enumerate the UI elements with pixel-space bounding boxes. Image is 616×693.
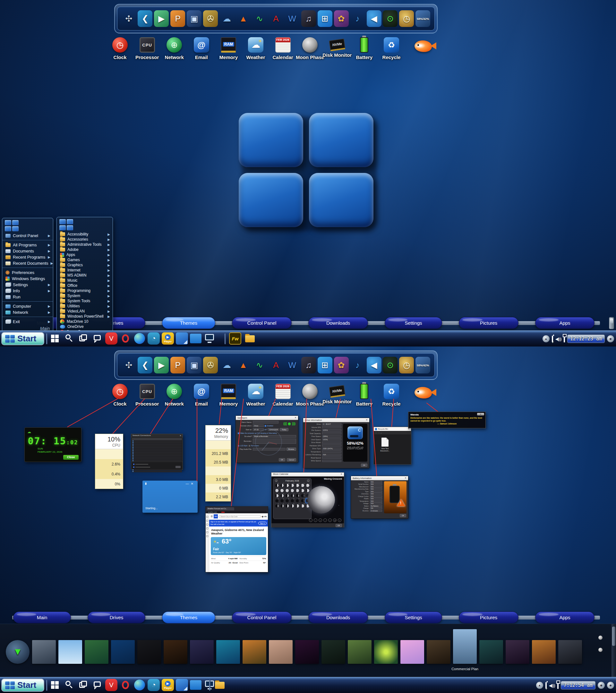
theme-thumbnail[interactable]: Aquarium Freshw bbox=[83, 640, 110, 664]
moon-day-cell[interactable]: 2 bbox=[274, 488, 279, 493]
theme-preview[interactable] bbox=[32, 640, 56, 664]
category-tab[interactable]: Main bbox=[13, 612, 71, 623]
dock-app-icon[interactable]: W bbox=[285, 10, 300, 27]
file-item[interactable]: New Text Document... bbox=[378, 438, 392, 452]
start-submenu-item[interactable]: Administrative Tools ▶ bbox=[57, 242, 113, 247]
moon-day-cell[interactable]: 1 bbox=[305, 483, 310, 488]
start-submenu-item[interactable]: VideoLAN ▶ bbox=[57, 309, 113, 314]
category-tab[interactable]: Downloads bbox=[308, 612, 368, 623]
category-tab[interactable]: Pictures bbox=[459, 317, 518, 329]
category-tab[interactable]: Control Panel bbox=[232, 612, 292, 623]
start-menu-item[interactable]: Preferences bbox=[2, 270, 53, 276]
dock-app-icon[interactable]: ◷ bbox=[399, 357, 414, 373]
theme-thumbnail[interactable]: Astrology bbox=[188, 640, 215, 664]
moon-control-button[interactable]: » bbox=[328, 518, 332, 522]
theme-preview[interactable] bbox=[190, 640, 214, 664]
dock-app-icon[interactable]: ▶ bbox=[154, 357, 169, 373]
moon-control-button[interactable]: ⌄ bbox=[309, 518, 313, 522]
dock-app-icon[interactable]: ♪ bbox=[350, 10, 365, 27]
desktop-gadget[interactable]: Moon Phase bbox=[296, 37, 323, 60]
start-submenu-item[interactable]: OneDrive bbox=[57, 324, 113, 329]
category-tab[interactable]: Themes bbox=[162, 317, 215, 329]
connection-row[interactable] bbox=[132, 447, 182, 448]
prev-month-button[interactable]: ◂ bbox=[275, 479, 278, 482]
tray-expand-button[interactable]: ▲ bbox=[536, 682, 543, 689]
usb-device-icon[interactable] bbox=[552, 336, 553, 342]
gadget-icon[interactable]: ◷ bbox=[112, 37, 128, 53]
theme-preview[interactable] bbox=[58, 640, 82, 664]
gadget-icon[interactable]: FEB 2026 bbox=[275, 37, 291, 53]
category-tab[interactable]: Apps bbox=[535, 612, 595, 623]
taskbar-icon[interactable] bbox=[49, 332, 61, 344]
network-status-icon[interactable] bbox=[564, 336, 565, 342]
ok-button[interactable]: OK bbox=[361, 463, 367, 467]
theme-thumbnail[interactable]: DaVinci bbox=[531, 640, 557, 664]
theme-thumbnail[interactable]: BIRDZ bbox=[267, 640, 294, 664]
category-tab[interactable]: Pictures bbox=[459, 612, 518, 623]
dock-app-icon[interactable]: ▣ bbox=[187, 357, 201, 373]
taskbar-icon[interactable] bbox=[134, 679, 145, 690]
moon-day-cell[interactable]: 6 bbox=[295, 488, 300, 493]
close-icon[interactable]: ✕ bbox=[180, 434, 181, 437]
moon-control-button[interactable]: i bbox=[338, 518, 341, 522]
start-submenu-item[interactable]: Graphics ▶ bbox=[57, 262, 113, 268]
close-icon[interactable]: ✕ bbox=[404, 477, 406, 479]
taskbar-icon[interactable]: ◔ bbox=[147, 332, 160, 344]
connection-row[interactable] bbox=[132, 450, 182, 451]
taskbar-icon[interactable] bbox=[63, 679, 75, 691]
theme-preview[interactable] bbox=[295, 640, 319, 664]
taskbar-icon[interactable] bbox=[134, 333, 145, 344]
connection-row[interactable] bbox=[132, 449, 182, 450]
moon-day-cell[interactable]: 17 bbox=[279, 498, 284, 503]
theme-preview[interactable] bbox=[348, 640, 372, 664]
today-button[interactable]: Today bbox=[280, 428, 289, 431]
connection-row[interactable] bbox=[132, 469, 182, 471]
theme-preview[interactable] bbox=[137, 640, 161, 664]
next-month-button[interactable]: ▸ bbox=[307, 479, 310, 482]
tabbar-scrollbar[interactable] bbox=[609, 317, 614, 329]
moon-day-cell[interactable]: 27 bbox=[295, 503, 300, 508]
start-menu-item[interactable]: Exit ▶ bbox=[2, 319, 53, 325]
start-submenu-item[interactable]: Games ▶ bbox=[57, 257, 113, 262]
desktop-gadget[interactable]: ♻ Recycle bbox=[378, 37, 405, 60]
tray-side-button[interactable]: ◉ bbox=[607, 335, 614, 342]
desktop-gadget[interactable]: Battery bbox=[351, 384, 378, 407]
dock-app-icon[interactable]: ⊞ bbox=[318, 357, 332, 373]
connection-row[interactable] bbox=[132, 471, 182, 472]
desktop-gadget[interactable]: Moon Phase bbox=[296, 384, 323, 407]
gadget-icon[interactable]: ☁ ☀ bbox=[248, 37, 263, 53]
close-icon[interactable]: ✕ bbox=[295, 416, 296, 419]
gadget-icon[interactable]: @ bbox=[194, 37, 209, 53]
taskbar-icon[interactable] bbox=[176, 332, 188, 344]
start-button[interactable]: Start bbox=[1, 332, 44, 345]
theme-thumbnail[interactable]: DarkTech Xtreme bbox=[504, 640, 531, 664]
dock-app-icon[interactable]: 58%/42% bbox=[416, 10, 430, 27]
dock-app-icon[interactable]: ✇ bbox=[203, 10, 218, 27]
dock-app-icon[interactable]: ♪ bbox=[350, 357, 365, 373]
theme-preview[interactable] bbox=[505, 640, 529, 664]
moon-day-cell[interactable]: 11 bbox=[284, 493, 290, 498]
theme-thumbnail[interactable]: Aquarium Tropic bbox=[110, 640, 136, 664]
moon-control-button[interactable]: « bbox=[319, 518, 322, 522]
dock-app-icon[interactable]: P bbox=[171, 10, 185, 27]
gadget-icon[interactable]: ⊕ bbox=[166, 37, 182, 53]
category-tab[interactable]: Control Panel bbox=[232, 317, 292, 329]
gadget-icon[interactable]: CPU bbox=[140, 384, 155, 399]
moon-day-cell[interactable]: 19 bbox=[290, 498, 295, 503]
dock-app-icon[interactable]: W bbox=[285, 357, 300, 373]
theme-thumbnail[interactable]: _Monty Python bbox=[57, 640, 83, 664]
theme-preview[interactable] bbox=[85, 640, 108, 664]
gadget-icon[interactable]: NVMe bbox=[329, 385, 345, 398]
tray-side-button[interactable]: ◉ bbox=[607, 682, 614, 689]
start-submenu-item[interactable]: Office ▶ bbox=[57, 283, 113, 288]
taskbar-pinned-icon[interactable] bbox=[244, 332, 256, 344]
dock-app-icon[interactable]: ◀ bbox=[367, 10, 381, 27]
desktop-gadget[interactable]: Battery bbox=[351, 37, 378, 60]
start-submenu-item[interactable]: System Tools ▶ bbox=[57, 298, 113, 303]
desktop-gadget[interactable]: ◷ Clock bbox=[106, 37, 134, 60]
theme-preview[interactable] bbox=[6, 640, 29, 664]
start-submenu-item[interactable]: MacDrive 10 bbox=[57, 319, 113, 324]
dock-app-icon[interactable]: ∿ bbox=[252, 10, 267, 27]
theme-preview[interactable] bbox=[532, 640, 556, 664]
theme-preview[interactable] bbox=[453, 629, 477, 664]
